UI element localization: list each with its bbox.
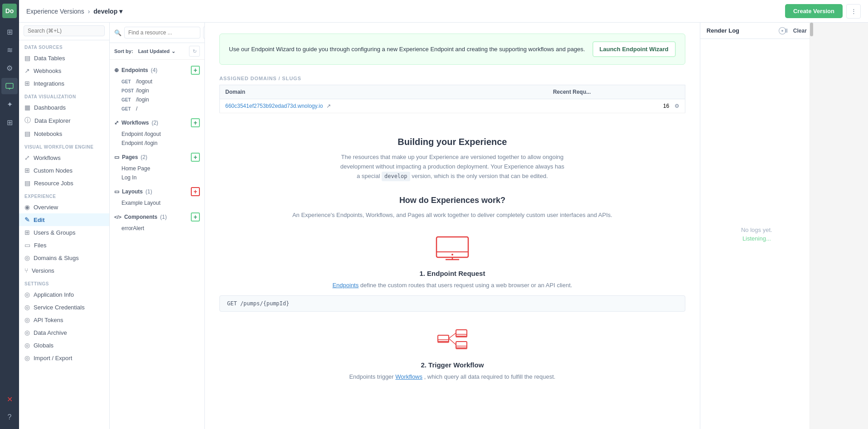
method-label: POST — [121, 88, 134, 93]
sidebar-item-api-tokens[interactable]: ◎ API Tokens — [19, 313, 109, 326]
icon-bar-item-question[interactable]: ? — [1, 409, 18, 425]
sidebar-item-service-credentials[interactable]: ◎ Service Credentials — [19, 301, 109, 313]
endpoint-path: / — [136, 106, 137, 112]
icon-bar-item-graph[interactable]: ≋ — [1, 42, 18, 58]
code-block: GET /pumps/{pumpId} — [219, 295, 685, 312]
icon-bar-item-settings[interactable]: ⚙ — [1, 60, 18, 76]
list-item[interactable]: Example Layout — [110, 198, 204, 207]
sidebar: Documentation from My Sandbox DATA SOURC… — [19, 0, 110, 429]
svg-rect-10 — [456, 330, 467, 336]
list-item[interactable]: GET / — [110, 104, 204, 113]
sidebar-item-data-tables[interactable]: ▤ Data Tables — [19, 52, 109, 64]
sidebar-item-notebooks[interactable]: ▤ Notebooks — [19, 127, 109, 140]
pages-group-label: Pages — [122, 154, 138, 160]
add-endpoint-button[interactable]: + — [191, 66, 200, 75]
sidebar-item-globals[interactable]: ◎ Globals — [19, 339, 109, 352]
domain-link[interactable]: 660c3541ef2753b92edad73d.wnology.io — [225, 103, 323, 109]
resource-list: ⊕ Endpoints (4) + GET /logout POST /logi… — [110, 60, 204, 429]
wizard-banner: Use our Endpoint Wizard to guide you thr… — [219, 34, 685, 65]
add-page-button[interactable]: + — [191, 153, 200, 162]
current-version: develop ▾ — [93, 8, 122, 15]
render-log-settings-icon[interactable] — [779, 27, 786, 36]
add-workflow-button[interactable]: + — [191, 118, 200, 127]
sidebar-item-application-info[interactable]: ◎ Application Info — [19, 288, 109, 301]
list-item[interactable]: Endpoint /logout — [110, 130, 204, 139]
list-item[interactable]: Log In — [110, 173, 204, 182]
create-version-button[interactable]: Create Version — [785, 4, 843, 18]
icon-bar-item-cross[interactable]: ✕ — [1, 391, 18, 407]
render-log-scrollbar[interactable] — [810, 23, 813, 429]
refresh-button[interactable]: ↻ — [189, 46, 200, 57]
method-label: GET — [121, 106, 134, 111]
sidebar-item-overview[interactable]: ◉ Overview — [19, 201, 109, 213]
svg-line-15 — [449, 338, 456, 345]
sidebar-item-workflows[interactable]: ⤢ Workflows — [19, 151, 109, 164]
svg-line-14 — [449, 333, 456, 338]
render-log-clear-button[interactable]: Clear — [793, 28, 807, 34]
resource-group-workflows: ⤢ Workflows (2) + Endpoint /logout Endpo… — [110, 116, 204, 148]
endpoints-link[interactable]: Endpoints — [332, 282, 359, 289]
app-logo[interactable]: Do — [2, 4, 17, 18]
sidebar-item-dashboards[interactable]: ▦ Dashboards — [19, 101, 109, 114]
icon-bar-item-puzzle[interactable]: ⊞ — [1, 114, 18, 130]
breadcrumb-separator: › — [88, 8, 90, 15]
breadcrumb-link[interactable]: Experience Versions — [26, 8, 84, 15]
endpoints-count: (4) — [151, 67, 158, 73]
list-item[interactable]: Endpoint /login — [110, 139, 204, 148]
sidebar-item-edit[interactable]: ✎ Edit — [19, 213, 109, 226]
sidebar-item-files[interactable]: ▭ Files — [19, 239, 109, 251]
render-log-title: Render Log — [707, 27, 739, 34]
building-title: Building your Experience — [219, 137, 685, 147]
table-row: 660c3541ef2753b92edad73d.wnology.io ↗ 16… — [220, 99, 685, 113]
component-name: errorAlert — [121, 225, 144, 231]
method-label: GET — [121, 97, 134, 102]
domain-settings-icon[interactable]: ⚙ — [674, 103, 679, 109]
sidebar-item-users-groups[interactable]: ⊞ Users & Groups — [19, 226, 109, 239]
components-group-label: Components — [124, 214, 157, 220]
sidebar-item-custom-nodes[interactable]: ⊞ Custom Nodes — [19, 164, 109, 177]
step-endpoint-request: 1. Endpoint Request Endpoints define the… — [219, 235, 685, 312]
sidebar-item-data-archive[interactable]: ◎ Data Archive — [19, 326, 109, 339]
list-item[interactable]: Home Page — [110, 164, 204, 173]
more-button[interactable]: ⋮ — [846, 4, 861, 19]
pages-group-icon: ▭ — [114, 154, 119, 160]
sidebar-item-versions[interactable]: ⑂ Versions — [19, 264, 109, 277]
sidebar-item-domains-slugs[interactable]: ◎ Domains & Slugs — [19, 251, 109, 264]
resource-search-icon: 🔍 — [114, 29, 121, 36]
domains-col-domain: Domain — [220, 85, 548, 99]
sidebar-item-data-explorer[interactable]: ⓘ Data Explorer — [19, 114, 109, 127]
method-label: GET — [121, 79, 134, 84]
add-layout-button[interactable]: + — [191, 187, 200, 196]
workflows-link[interactable]: Workflows — [395, 373, 422, 380]
external-link-icon[interactable]: ↗ — [326, 103, 331, 109]
list-item[interactable]: POST /login — [110, 86, 204, 95]
dashboards-icon: ▦ — [24, 104, 30, 111]
sidebar-item-integrations[interactable]: ⊞ Integrations — [19, 77, 109, 90]
list-item[interactable]: errorAlert — [110, 224, 204, 233]
sidebar-search-input[interactable] — [24, 25, 105, 36]
add-component-button[interactable]: + — [191, 212, 200, 222]
list-item[interactable]: GET /logout — [110, 77, 204, 86]
icon-bar-item-home[interactable]: ⊞ — [1, 24, 18, 40]
import-export-icon: ◎ — [24, 354, 30, 362]
icon-bar-item-star[interactable]: ✦ — [1, 96, 18, 112]
domains-slugs-icon: ◎ — [24, 254, 30, 261]
layouts-count: (1) — [145, 188, 152, 195]
sort-value[interactable]: Last Updated — [138, 48, 170, 54]
data-explorer-icon: ⓘ — [24, 116, 31, 125]
launch-wizard-button[interactable]: Launch Endpoint Wizard — [592, 41, 676, 57]
resource-search-input[interactable] — [124, 27, 200, 39]
sidebar-item-webhooks[interactable]: ↗ Webhooks — [19, 64, 109, 77]
step2-description: Endpoints trigger Workflows , which quer… — [219, 372, 685, 382]
list-item[interactable]: GET /login — [110, 95, 204, 104]
endpoint-path: /logout — [136, 78, 152, 85]
svg-rect-0 — [6, 83, 13, 88]
sidebar-item-import-export[interactable]: ◎ Import / Export — [19, 352, 109, 364]
icon-bar-item-device[interactable] — [1, 78, 18, 94]
sidebar-item-resource-jobs[interactable]: ▤ Resource Jobs — [19, 177, 109, 189]
version-dropdown-icon[interactable]: ▾ — [119, 8, 122, 15]
workflow-name: Endpoint /logout — [121, 131, 161, 137]
svg-rect-8 — [438, 335, 449, 342]
building-section: Building your Experience The resources t… — [219, 128, 685, 405]
resource-panel-header: 🔍 ▲ — [110, 23, 204, 43]
